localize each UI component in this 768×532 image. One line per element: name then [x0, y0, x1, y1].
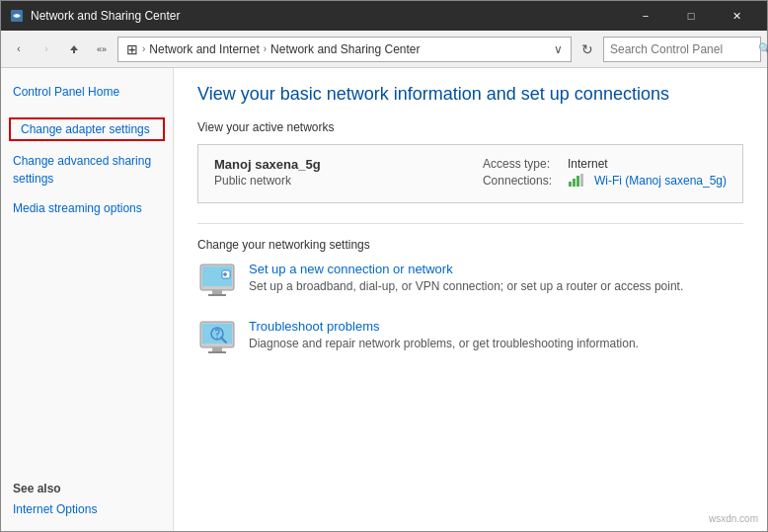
close-button[interactable]: ✕	[714, 1, 759, 31]
title-bar: Network and Sharing Center − □ ✕	[1, 1, 767, 31]
change-settings-label: Change your networking settings	[197, 238, 743, 252]
window: Network and Sharing Center − □ ✕ ‹ › «» …	[0, 0, 768, 532]
svg-rect-12	[212, 347, 222, 351]
settings-item-troubleshoot: Troubleshoot problems Diagnose and repai…	[197, 319, 743, 358]
svg-point-15	[216, 337, 218, 339]
breadcrumb-dropdown[interactable]: ∨	[554, 42, 563, 56]
forward-button[interactable]: ›	[35, 38, 58, 61]
network-right: Access type: Internet Connections:	[483, 157, 727, 190]
content-area: View your basic network information and …	[174, 68, 767, 531]
network-name: Manoj saxena_5g	[214, 157, 321, 172]
svg-rect-1	[569, 182, 572, 187]
sidebar-item-internet-options[interactable]: Internet Options	[1, 499, 173, 519]
new-connection-link[interactable]: Set up a new connection or network	[249, 262, 683, 276]
settings-item-new-connection: Set up a new connection or network Set u…	[197, 262, 743, 301]
troubleshoot-desc: Diagnose and repair network problems, or…	[249, 337, 639, 350]
wifi-icon	[568, 174, 585, 188]
svg-rect-3	[576, 176, 579, 187]
connections-label: Connections:	[483, 174, 562, 188]
connections-row: Connections: Wi-Fi (Manoj saxena_5g)	[483, 174, 727, 188]
svg-rect-4	[580, 174, 583, 187]
page-title: View your basic network information and …	[197, 84, 743, 105]
sidebar-item-control-panel-home[interactable]: Control Panel Home	[1, 80, 173, 104]
new-connection-icon	[197, 262, 237, 301]
access-type-label: Access type:	[483, 157, 562, 171]
network-type: Public network	[214, 174, 321, 188]
recent-button[interactable]: «»	[90, 38, 114, 61]
wifi-link[interactable]: Wi-Fi (Manoj saxena_5g)	[594, 174, 727, 188]
new-connection-desc: Set up a broadband, dial-up, or VPN conn…	[249, 279, 683, 293]
see-also-label: See also	[1, 472, 173, 499]
maximize-button[interactable]: □	[668, 1, 714, 31]
troubleshoot-text: Troubleshoot problems Diagnose and repai…	[249, 319, 639, 352]
breadcrumb-part2: Network and Sharing Center	[270, 42, 420, 56]
network-left: Manoj saxena_5g Public network	[214, 157, 321, 188]
sidebar: Control Panel Home Change adapter settin…	[1, 68, 174, 531]
window-icon	[9, 8, 25, 24]
access-type-row: Access type: Internet	[483, 157, 727, 171]
network-card: Manoj saxena_5g Public network Access ty…	[197, 144, 743, 203]
sidebar-item-change-adapter[interactable]: Change adapter settings	[9, 117, 165, 141]
window-controls: − □ ✕	[623, 1, 759, 31]
address-bar: ‹ › «» ⊞ › Network and Internet › Networ…	[1, 31, 767, 68]
access-type-value: Internet	[568, 157, 608, 171]
svg-rect-2	[573, 179, 576, 187]
svg-rect-7	[212, 290, 222, 294]
refresh-button[interactable]: ↻	[576, 38, 599, 61]
back-button[interactable]: ‹	[7, 38, 31, 61]
sidebar-item-media-streaming[interactable]: Media streaming options	[1, 196, 173, 220]
minimize-button[interactable]: −	[623, 1, 668, 31]
new-connection-text: Set up a new connection or network Set u…	[249, 262, 683, 295]
search-bar: 🔍	[603, 37, 761, 62]
breadcrumb-sep2: ›	[264, 43, 267, 54]
breadcrumb-part1[interactable]: Network and Internet	[149, 42, 259, 56]
breadcrumb: ⊞ › Network and Internet › Network and S…	[117, 37, 572, 62]
section-divider	[197, 223, 743, 224]
window-title: Network and Sharing Center	[31, 9, 623, 23]
search-input[interactable]	[610, 42, 758, 56]
watermark: wsxdn.com	[709, 513, 758, 524]
breadcrumb-sep1: ›	[142, 43, 145, 54]
troubleshoot-link[interactable]: Troubleshoot problems	[249, 319, 639, 334]
sidebar-item-change-advanced[interactable]: Change advanced sharing settings	[1, 149, 173, 190]
main-layout: Control Panel Home Change adapter settin…	[1, 68, 767, 531]
up-button[interactable]	[62, 38, 86, 61]
search-icon: 🔍	[758, 42, 768, 55]
troubleshoot-icon	[197, 319, 237, 358]
svg-rect-8	[208, 294, 226, 296]
breadcrumb-root-icon: ⊞	[126, 41, 138, 57]
active-networks-label: View your active networks	[197, 120, 743, 134]
svg-rect-13	[208, 351, 226, 353]
